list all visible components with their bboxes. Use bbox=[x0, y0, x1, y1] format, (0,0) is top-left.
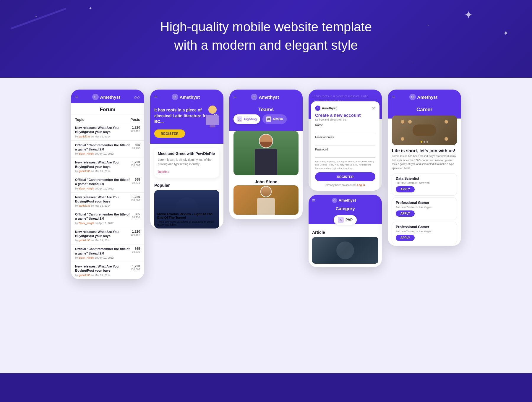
forum-row[interactable]: 1,220 130,567 New releases: What Are You… bbox=[71, 193, 144, 210]
life-body: Lorem Ipsum has been the industry's stan… bbox=[392, 154, 457, 170]
password-input[interactable] bbox=[315, 152, 375, 158]
forum-row[interactable]: 1,220 130,567 New releases: What Are You… bbox=[71, 158, 144, 175]
forum-table-header: Topic Posts bbox=[71, 115, 144, 123]
forum-row-numbers: 1,220 130,567 bbox=[130, 126, 140, 132]
forum-row-meta: by garfield36 on Mar 31, 2014 bbox=[75, 135, 140, 138]
pvp-label: PVP bbox=[346, 218, 353, 222]
category-logo: ⬡ Amethyst bbox=[317, 198, 371, 203]
career-hero-image bbox=[392, 116, 457, 145]
meeting-person-1 bbox=[401, 120, 404, 124]
menu-icon[interactable] bbox=[233, 94, 237, 100]
forum-row[interactable]: 365 10,732 Official "Can't remember the … bbox=[71, 210, 144, 227]
job-card-2: Professional Gamer Full time/Contract • … bbox=[392, 197, 457, 220]
logo-text: Amethyst bbox=[259, 95, 279, 100]
forum-row-meta: by Black_Knight on Apr 19, 2012 bbox=[75, 187, 140, 190]
pvp-icon: ⚔ bbox=[338, 217, 344, 223]
dot-inactive-2 bbox=[426, 141, 428, 143]
category-menu-icon[interactable]: ≡ bbox=[312, 198, 315, 203]
phone-career: ⬡ Amethyst Career bbox=[388, 90, 461, 246]
menu-icon[interactable] bbox=[75, 94, 78, 100]
logo-icon: ⬡ bbox=[172, 94, 178, 100]
email-input[interactable] bbox=[315, 140, 375, 145]
modal-register-button[interactable]: REGISTER bbox=[315, 172, 375, 181]
carousel-dots bbox=[421, 141, 428, 143]
dot-active bbox=[421, 141, 422, 143]
category-title: Category bbox=[312, 206, 378, 211]
cat-logo-circle: ⬡ bbox=[332, 198, 337, 203]
life-title: Life is short, let's join with us! bbox=[392, 148, 457, 153]
blog-details-link[interactable]: Details › bbox=[158, 170, 169, 174]
phone-blog: ⬡ Amethyst It has roots in a piece of cl… bbox=[150, 90, 223, 228]
forum-row-numbers: 365 10,732 bbox=[132, 143, 140, 150]
forum-row[interactable]: 365 10,732 Official "Can't remember the … bbox=[71, 141, 144, 158]
forum-row[interactable]: 1,220 130,567 New releases: What Are You… bbox=[71, 262, 144, 279]
forum-row-title: Official "Can't remember the title of a … bbox=[75, 178, 140, 186]
blog-card: Meet and Greet with PewDiePie Lorem Ipsu… bbox=[154, 148, 219, 178]
forum-row-numbers: 1,220 130,567 bbox=[130, 264, 140, 271]
modal-top-row: ⬡ Amethyst ✕ bbox=[315, 106, 375, 111]
logo-text: Amethyst bbox=[417, 95, 437, 100]
phone-teams-header: ⬡ Amethyst bbox=[229, 90, 303, 103]
forum-row-meta: by garfield36 on Mar 31, 2014 bbox=[75, 170, 140, 173]
player-name: John Stone bbox=[229, 176, 303, 185]
forum-row[interactable]: 1,220 130,567 New releases: What Are You… bbox=[71, 123, 144, 141]
popular-section-title: Popular bbox=[150, 182, 223, 190]
tab-fighting[interactable]: ⚔️ Fighting bbox=[233, 114, 260, 124]
search-icon[interactable]: ⌕ bbox=[134, 94, 140, 100]
blog-hero: It has roots in a piece of classical Lat… bbox=[150, 103, 223, 144]
login-link[interactable]: Log in bbox=[357, 184, 365, 187]
name-input[interactable] bbox=[315, 128, 375, 133]
forum-row-meta: by Black_Knight on Apr 19, 2012 bbox=[75, 256, 140, 259]
phone-career-header: ⬡ Amethyst bbox=[388, 90, 461, 103]
modal-subtitle: It's free and always will be. bbox=[315, 118, 375, 121]
phone-register-modal: It has roots in a piece of classical Lat… bbox=[309, 90, 382, 191]
character-illustration bbox=[204, 106, 220, 126]
hero-section: ✦ ✦ ✦ · • • High-quality mobile website … bbox=[0, 0, 532, 78]
job-meta-1: Full time/Contract • New York bbox=[396, 181, 453, 184]
blog-card-title: Meet and Greet with PewDiePie bbox=[158, 151, 216, 156]
forum-row-numbers: 365 10,732 bbox=[132, 212, 140, 219]
register-button[interactable]: REGISTER bbox=[154, 129, 185, 138]
sparkle-decoration-4: · bbox=[412, 60, 414, 66]
tab-mmor[interactable]: 🎮 MMOR bbox=[262, 114, 287, 124]
logo-icon: ⬡ bbox=[92, 94, 99, 100]
meeting-person-4 bbox=[401, 137, 404, 141]
pvp-badge: ⚔ PVP bbox=[334, 215, 357, 225]
cat-logo-text: Amethyst bbox=[339, 198, 356, 202]
job-title-3: Professional Gamer bbox=[396, 225, 453, 229]
popular-img-subtitle: There are many variations of passages of… bbox=[157, 220, 216, 226]
meeting-table bbox=[413, 124, 436, 136]
tos-text: By clicking Sign Up, you agree to our Te… bbox=[315, 160, 375, 170]
category-nav: ≡ ⬡ Amethyst bbox=[312, 198, 378, 203]
phone-forum-header: ⬡ Amethyst ⌕ bbox=[71, 90, 144, 103]
phone-category: ≡ ⬡ Amethyst Category ⚔ PVP Article bbox=[309, 195, 382, 267]
job-title-2: Professional Gamer bbox=[396, 201, 453, 205]
apply-button-2[interactable]: APPLY bbox=[396, 210, 415, 217]
apply-button-1[interactable]: APPLY bbox=[396, 186, 415, 192]
menu-icon[interactable] bbox=[154, 94, 158, 100]
modal-logo-name: Amethyst bbox=[322, 106, 337, 110]
forum-row[interactable]: 1,220 130,567 New releases: What Are You… bbox=[71, 227, 144, 245]
hero-title: High-quality mobile website template wit… bbox=[12, 18, 520, 54]
forum-row[interactable]: 365 10,732 Official "Can't remember the … bbox=[71, 175, 144, 193]
logo-text: Amethyst bbox=[180, 95, 200, 100]
forum-row-meta: by Black_Knight on Apr 19, 2012 bbox=[75, 222, 140, 225]
phones-showcase: ⬡ Amethyst ⌕ Forum Topic Posts 1,220 130… bbox=[0, 78, 532, 373]
job-card-1: Data Scientist Full time/Contract • New … bbox=[392, 173, 457, 196]
apply-button-3[interactable]: APPLY bbox=[396, 235, 415, 241]
sparkle-decoration-3: ✦ bbox=[89, 6, 92, 11]
menu-icon[interactable] bbox=[392, 94, 395, 100]
forum-row-meta: by garfield36 on Mar 31, 2014 bbox=[75, 274, 140, 277]
posts-header: Posts bbox=[130, 118, 140, 122]
forum-row-title: Official "Can't remember the title of a … bbox=[75, 247, 140, 255]
modal-close-button[interactable]: ✕ bbox=[372, 106, 375, 111]
forum-row[interactable]: 365 10,732 Official "Can't remember the … bbox=[71, 244, 144, 262]
modal-logo: ⬡ Amethyst bbox=[315, 106, 337, 111]
popular-image: Metro Exodus Review - Light At The End O… bbox=[154, 190, 219, 228]
article-image bbox=[312, 237, 378, 264]
forum-row-numbers: 1,220 130,567 bbox=[130, 195, 140, 202]
header-logo: ⬡ Amethyst bbox=[160, 94, 212, 100]
meeting-person-3 bbox=[445, 120, 448, 124]
modal-logo-circle: ⬡ bbox=[315, 106, 320, 111]
tab-mmor-label: MMOR bbox=[273, 117, 283, 121]
